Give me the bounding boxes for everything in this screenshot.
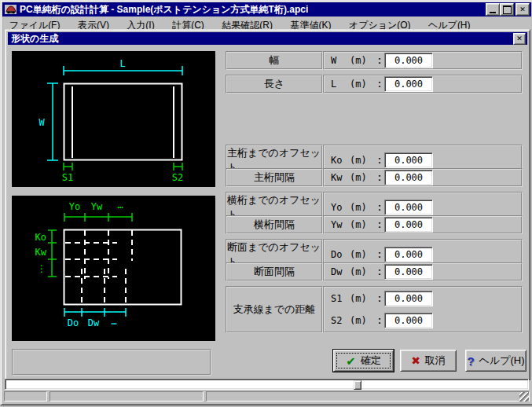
field-label: 長さ (226, 75, 323, 94)
input-Kw[interactable] (384, 170, 433, 185)
status-pane-2 (50, 391, 204, 402)
cancel-button-label: 取消 (425, 354, 446, 368)
field-unit: (m) (350, 293, 378, 304)
main-window: PC単純桁の設計計算 - Sample(ポストテンション方式単純T桁).apci… (0, 0, 532, 405)
minimize-button[interactable] (486, 3, 500, 16)
menu-help[interactable]: ヘルプ(H) (421, 16, 478, 29)
menu-results[interactable]: 結果確認(R) (215, 16, 280, 29)
confirm-button-label: 確定 (361, 354, 381, 368)
field-colon: : (378, 266, 384, 277)
close-icon: ✕ (516, 35, 523, 42)
help-button-label: ヘルプ(H) (479, 354, 525, 368)
field-code: S2 (331, 315, 350, 326)
field-colon: : (378, 315, 384, 326)
dim-label-L: L (119, 58, 125, 69)
dialog-title: 形状の生成 (11, 32, 513, 46)
dim-label-S1: S1 (62, 172, 73, 183)
screen: PC単純桁の設計計算 - Sample(ポストテンション方式単純T桁).apci… (0, 0, 532, 407)
check-icon: ✔ (346, 355, 356, 367)
field-unit: (m) (350, 79, 378, 90)
field-label: 支承線までの距離 (226, 286, 323, 333)
dim-label-Ko: Ko (35, 232, 46, 243)
menu-bar: ファイル(F) 表示(V) 入力(I) 計算(C) 結果確認(R) 基準値(K)… (2, 16, 531, 29)
field-unit: (m) (350, 266, 378, 277)
field-unit: (m) (350, 315, 378, 326)
field-unit: (m) (350, 249, 378, 260)
field-code: Do (331, 249, 350, 260)
field-colon: : (378, 155, 384, 166)
window-controls: ✕ (486, 3, 530, 16)
field-code: Ko (331, 155, 350, 166)
message-panel (12, 349, 211, 376)
field-colon: : (378, 202, 384, 213)
form-row-kw: 主桁間隔 Kw (m) : (226, 168, 523, 187)
dim-label-Kw-ellipsis: ⋮ (37, 263, 46, 274)
form-row-width: 幅 W (m) : (226, 51, 523, 70)
close-icon: ✕ (519, 6, 526, 13)
maximize-button[interactable] (500, 3, 514, 16)
field-label: 幅 (226, 51, 323, 70)
status-bar (2, 390, 531, 403)
field-code: Dw (331, 266, 350, 277)
dim-label-Yo: Yo (69, 201, 80, 212)
field-colon: : (378, 293, 384, 304)
dialog-titlebar: 形状の生成 ✕ (8, 32, 527, 45)
input-Ko[interactable] (384, 152, 433, 168)
maximize-icon (503, 6, 512, 14)
window-titlebar: PC単純桁の設計計算 - Sample(ポストテンション方式単純T桁).apci… (2, 2, 531, 16)
form-row-dw: 断面間隔 Dw (m) : (226, 262, 523, 281)
menu-criteria[interactable]: 基準値(K) (283, 16, 338, 29)
status-pane-3 (206, 391, 530, 402)
dim-label-S2: S2 (172, 172, 183, 183)
field-unit: (m) (350, 202, 378, 213)
dim-label-Kw: Kw (35, 247, 47, 258)
input-L[interactable] (384, 76, 433, 92)
menu-calc[interactable]: 計算(C) (165, 16, 211, 29)
dim-label-W: W (39, 117, 45, 128)
help-button[interactable]: ? ヘルプ(H) (465, 350, 526, 372)
field-code: Kw (331, 172, 350, 183)
input-W[interactable] (384, 53, 433, 68)
plan-view-canvas: L W S1 S2 (12, 51, 215, 187)
field-unit: (m) (350, 219, 378, 230)
input-S1[interactable] (384, 291, 433, 306)
field-code: Yo (331, 202, 350, 213)
cancel-button[interactable]: ✖ 取消 (400, 350, 457, 372)
grid-view-canvas: Yo Yw … Ko Kw ⋮ Do Dw … (12, 196, 215, 341)
menu-file[interactable]: ファイル(F) (2, 16, 67, 29)
field-colon: : (378, 55, 384, 66)
input-Yo[interactable] (384, 200, 433, 215)
dim-label-Do: Do (68, 317, 79, 328)
confirm-button[interactable]: ✔ 確定 (333, 350, 394, 372)
field-colon: : (378, 172, 384, 183)
form-row-length: 長さ L (m) : (226, 75, 523, 94)
field-colon: : (378, 249, 384, 260)
field-colon: : (378, 219, 384, 230)
client-strip (5, 379, 529, 390)
dialog-close-button[interactable]: ✕ (513, 33, 526, 45)
input-Do[interactable] (384, 247, 433, 262)
resize-grip[interactable] (519, 392, 529, 402)
input-Dw[interactable] (384, 264, 433, 280)
menu-input[interactable]: 入力(I) (119, 16, 161, 29)
status-pane-1 (4, 391, 47, 402)
menu-options[interactable]: オプション(O) (342, 16, 418, 29)
pane-splitter-handle[interactable] (354, 380, 361, 390)
dim-label-Yw-ellipsis: … (117, 200, 123, 211)
input-S2[interactable] (384, 313, 433, 328)
cross-icon: ✖ (411, 355, 420, 366)
question-icon: ? (467, 355, 474, 367)
field-code: S1 (331, 293, 350, 304)
form-row-yw: 横桁間隔 Yw (m) : (226, 215, 523, 234)
menu-view[interactable]: 表示(V) (71, 16, 116, 29)
minimize-icon (490, 12, 496, 13)
field-label: 横桁間隔 (226, 215, 323, 234)
field-label: 主桁間隔 (226, 168, 323, 187)
field-unit: (m) (350, 55, 378, 66)
app-icon (5, 4, 17, 15)
field-code: W (331, 55, 350, 66)
window-title: PC単純桁の設計計算 - Sample(ポストテンション方式単純T桁).apci (20, 3, 486, 16)
form-row-bearing: 支承線までの距離 S1 (m) : S2 (m) : (226, 286, 523, 333)
input-Yw[interactable] (384, 217, 433, 233)
close-button[interactable]: ✕ (515, 3, 530, 16)
